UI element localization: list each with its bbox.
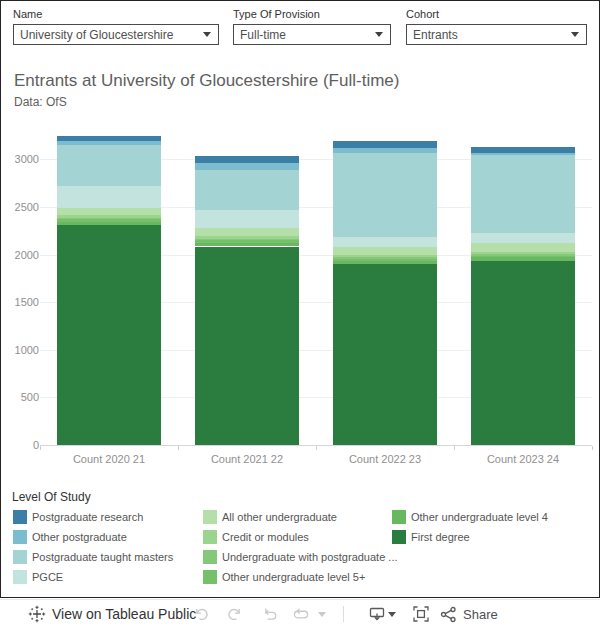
bar-segment[interactable] — [471, 243, 575, 252]
toolbar-divider — [343, 606, 344, 622]
bar-segment[interactable] — [57, 208, 161, 215]
bar-segment[interactable] — [333, 257, 437, 258]
bar-segment[interactable] — [57, 186, 161, 208]
bar-segment[interactable] — [471, 147, 575, 154]
view-on-tableau-public-link[interactable]: View on Tableau Public — [28, 600, 196, 627]
bar-segment[interactable] — [333, 255, 437, 257]
legend-item[interactable]: Other postgraduate — [32, 531, 127, 543]
legend-item[interactable]: Other undergraduate level 5+ — [222, 571, 365, 583]
x-axis-tick — [316, 446, 317, 450]
bar-segment[interactable] — [195, 247, 299, 445]
bar-segment[interactable] — [195, 163, 299, 170]
share-button[interactable]: Share — [440, 600, 498, 627]
bar-segment[interactable] — [195, 156, 299, 163]
share-label: Share — [463, 607, 498, 622]
x-axis-category-label: Count 2021 22 — [178, 453, 316, 465]
bar-segment[interactable] — [57, 145, 161, 186]
bar-segment[interactable] — [57, 225, 161, 445]
x-axis-tick — [454, 446, 455, 450]
bar-segment[interactable] — [57, 219, 161, 221]
legend-swatch — [392, 510, 406, 524]
bar-segment[interactable] — [195, 228, 299, 236]
filter-cohort-dropdown[interactable]: Entrants — [406, 24, 587, 45]
bar-segment[interactable] — [333, 153, 437, 238]
page-subtitle: Data: OfS — [14, 95, 67, 109]
filter-name-value: University of Gloucestershire — [14, 28, 203, 42]
undo-icon — [194, 607, 209, 622]
y-axis-tick-label: 2000 — [1, 249, 39, 261]
bar-segment[interactable] — [57, 215, 161, 218]
filter-provision-label: Type Of Provision — [233, 8, 391, 20]
tableau-logo-icon — [28, 605, 46, 623]
bar-segment[interactable] — [57, 141, 161, 144]
download-button[interactable] — [369, 600, 385, 627]
chevron-down-icon — [318, 612, 326, 617]
bar-segment[interactable] — [333, 259, 437, 261]
reset-button[interactable] — [263, 600, 278, 627]
legend-item[interactable]: Undergraduate with postgraduate ... — [222, 551, 398, 563]
legend-swatch — [392, 530, 406, 544]
refresh-button[interactable] — [293, 600, 309, 627]
legend-item[interactable]: Credit or modules — [222, 531, 309, 543]
tableau-viz: Name University of Gloucestershire Type … — [0, 0, 600, 598]
bar-segment[interactable] — [195, 239, 299, 240]
bar-segment[interactable] — [195, 243, 299, 247]
redo-icon — [227, 607, 242, 622]
bar-segment[interactable] — [333, 247, 437, 255]
redo-button[interactable] — [227, 600, 242, 627]
y-axis-tick-label: 1500 — [1, 296, 39, 308]
bar-segment[interactable] — [333, 264, 437, 445]
bar-segment[interactable] — [471, 257, 575, 261]
filter-cohort-label: Cohort — [406, 8, 587, 20]
legend-item[interactable]: PGCE — [32, 571, 63, 583]
bar-segment[interactable] — [471, 233, 575, 243]
bar-segment[interactable] — [195, 170, 299, 210]
filter-cohort: Cohort Entrants — [406, 8, 587, 45]
bar-segment[interactable] — [471, 155, 575, 233]
share-icon — [440, 606, 457, 623]
refresh-menu-button[interactable] — [318, 600, 326, 627]
page-title: Entrants at University of Gloucestershir… — [14, 71, 399, 91]
bar-segment[interactable] — [333, 237, 437, 247]
legend-item[interactable]: Postgraduate taught masters — [32, 551, 173, 563]
filter-provision-dropdown[interactable]: Full-time — [233, 24, 391, 45]
bar-segment[interactable] — [471, 254, 575, 255]
filter-name-dropdown[interactable]: University of Gloucestershire — [13, 24, 219, 45]
bar-segment[interactable] — [471, 261, 575, 445]
legend-swatch — [13, 550, 27, 564]
revert-icon — [263, 607, 278, 622]
filter-provision: Type Of Provision Full-time — [233, 8, 391, 45]
bar-segment[interactable] — [333, 148, 437, 152]
bar-segment[interactable] — [471, 153, 575, 154]
bar-segment[interactable] — [57, 136, 161, 142]
x-axis-tick — [178, 446, 179, 450]
legend-swatch — [203, 570, 217, 584]
bar-segment[interactable] — [195, 210, 299, 229]
legend-item[interactable]: Other undergraduate level 4 — [411, 511, 548, 523]
undo-button[interactable] — [194, 600, 209, 627]
bar-segment[interactable] — [57, 218, 161, 219]
y-axis-tick-label: 500 — [1, 391, 39, 403]
bar-segment[interactable] — [333, 141, 437, 148]
legend-item[interactable]: Postgraduate research — [32, 511, 143, 523]
bar-segment[interactable] — [57, 222, 161, 225]
download-menu-button[interactable] — [388, 600, 396, 627]
fullscreen-button[interactable] — [413, 600, 429, 627]
bar-segment[interactable] — [471, 252, 575, 254]
download-icon — [369, 606, 385, 622]
legend-swatch — [203, 550, 217, 564]
bar-segment[interactable] — [471, 256, 575, 258]
legend-item[interactable]: All other undergraduate — [222, 511, 337, 523]
y-axis-tick-label: 1000 — [1, 344, 39, 356]
legend-item[interactable]: First degree — [411, 531, 470, 543]
x-axis-tick — [592, 446, 593, 450]
legend-swatch — [203, 510, 217, 524]
bar-segment[interactable] — [195, 236, 299, 239]
y-axis-tick-label: 2500 — [1, 201, 39, 213]
chevron-down-icon — [571, 32, 579, 37]
view-on-tableau-public-label: View on Tableau Public — [52, 606, 196, 622]
bar-segment[interactable] — [333, 261, 437, 264]
bar-segment[interactable] — [195, 240, 299, 242]
chevron-down-icon — [388, 612, 396, 617]
legend-title: Level Of Study — [12, 490, 91, 504]
